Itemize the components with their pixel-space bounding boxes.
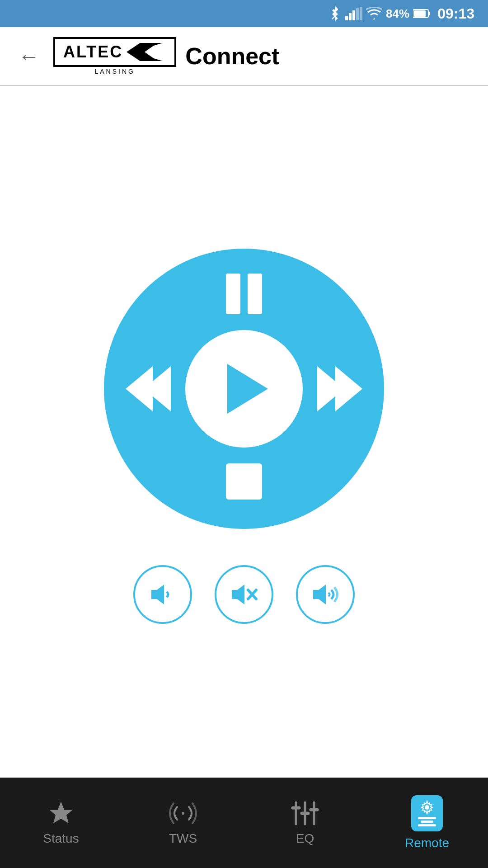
altec-logo-box: ALTEC [53,37,176,67]
signal-icon [345,7,362,20]
bluetooth-icon [329,5,342,22]
remote-line-1 [418,817,436,819]
volume-down-button[interactable] [133,565,192,624]
svg-rect-0 [345,16,348,20]
status-star-icon [47,800,75,827]
status-bar: 84% 09:13 [0,0,488,27]
pause-bar-left [226,274,240,314]
svg-rect-7 [414,10,426,17]
media-control-circle [104,249,384,529]
status-icons: 84% 09:13 [329,5,474,22]
svg-rect-3 [356,8,359,20]
svg-rect-2 [352,10,355,20]
pause-bar-right [248,274,262,314]
tws-waves-icon [167,800,199,827]
volume-controls [133,565,355,624]
volume-up-icon [310,581,341,608]
nav-label-tws: TWS [169,831,197,846]
nav-item-remote[interactable]: Remote [366,778,488,868]
svg-marker-15 [49,802,73,823]
svg-point-24 [425,806,429,809]
nav-item-eq[interactable]: EQ [244,778,366,868]
rewind-button[interactable] [126,366,171,411]
volume-up-button[interactable] [296,565,355,624]
forward-arrow-2 [335,366,362,411]
svg-rect-6 [428,12,430,15]
nav-label-status: Status [43,831,79,846]
remote-lines [418,817,436,826]
remote-icon [411,795,443,831]
wifi-icon [366,7,382,20]
eq-sliders-icon [289,800,321,827]
logo-area: ALTEC LANSING Connect [53,37,279,75]
altec-logo: ALTEC LANSING [53,37,176,75]
battery-level: 84% [386,7,409,21]
remote-line-2 [421,821,433,823]
remote-gear-icon [420,800,434,815]
forward-button[interactable] [317,366,362,411]
status-bar-content: 84% 09:13 [329,5,474,22]
svg-point-16 [182,812,184,815]
header: ← ALTEC LANSING Connect [0,27,488,86]
app-title: Connect [185,42,279,70]
bottom-navigation: Status TWS EQ [0,778,488,868]
remote-line-3 [418,824,436,826]
play-button[interactable] [185,330,303,448]
main-content [0,86,488,778]
svg-marker-14 [313,585,326,604]
nav-item-status[interactable]: Status [0,778,122,868]
mute-button[interactable] [215,565,273,624]
pause-button[interactable] [226,274,262,314]
nav-item-tws[interactable]: TWS [122,778,244,868]
svg-marker-10 [151,585,164,604]
lansing-text: LANSING [94,68,135,75]
altec-text: ALTEC [63,42,123,61]
stop-button[interactable] [226,463,262,500]
rewind-arrow-2 [144,366,171,411]
mute-icon [228,581,260,608]
logo-diamond-icon [127,43,163,61]
back-button[interactable]: ← [18,44,40,69]
nav-label-eq: EQ [296,831,314,846]
svg-marker-11 [232,585,244,604]
volume-down-icon [147,581,178,608]
battery-icon [413,9,430,19]
time-display: 09:13 [437,5,474,22]
svg-rect-4 [360,7,362,20]
nav-label-remote: Remote [405,836,449,850]
play-triangle-icon [227,364,268,414]
svg-rect-1 [349,13,352,20]
